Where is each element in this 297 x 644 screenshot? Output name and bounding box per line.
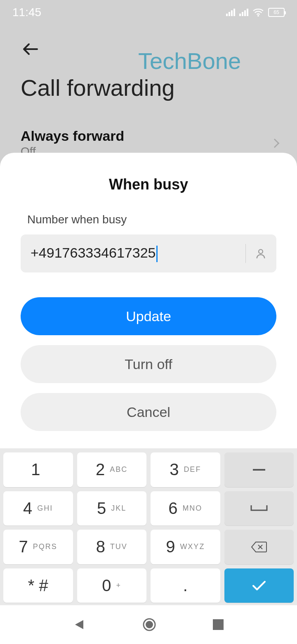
key-9[interactable]: 9WXYZ bbox=[151, 530, 220, 564]
wifi-icon bbox=[252, 8, 264, 17]
text-caret bbox=[156, 246, 158, 262]
svg-rect-2 bbox=[253, 469, 265, 471]
key-dash[interactable] bbox=[224, 452, 294, 487]
backspace-icon bbox=[251, 541, 267, 553]
key-starhash[interactable]: * # bbox=[3, 568, 73, 603]
contact-icon[interactable] bbox=[255, 248, 266, 259]
phone-input-value: +491763334617325 bbox=[31, 245, 156, 260]
status-time: 11:45 bbox=[12, 6, 41, 19]
check-icon bbox=[251, 579, 267, 592]
dialog-title: When busy bbox=[21, 176, 276, 193]
phone-input-wrap[interactable]: +491763334617325 bbox=[21, 234, 276, 272]
page-title: Call forwarding bbox=[21, 74, 175, 101]
space-icon bbox=[250, 504, 268, 512]
field-label: Number when busy bbox=[27, 213, 276, 226]
nav-recents-icon[interactable] bbox=[213, 619, 224, 630]
key-6[interactable]: 6MNO bbox=[151, 491, 220, 526]
watermark: TechBone bbox=[138, 47, 241, 74]
key-2[interactable]: 2ABC bbox=[77, 452, 147, 487]
key-4[interactable]: 4GHI bbox=[3, 491, 73, 526]
dash-icon bbox=[253, 469, 265, 471]
nav-home-icon[interactable] bbox=[142, 618, 156, 632]
system-navbar bbox=[0, 605, 297, 644]
key-dot[interactable]: . bbox=[151, 568, 220, 603]
update-button[interactable]: Update bbox=[21, 297, 276, 335]
cancel-button[interactable]: Cancel bbox=[21, 393, 276, 431]
key-7[interactable]: 7PQRS bbox=[3, 530, 73, 564]
key-8[interactable]: 8TUV bbox=[77, 530, 147, 564]
status-bar: 11:45 65 bbox=[0, 0, 297, 25]
svg-point-1 bbox=[259, 249, 263, 253]
key-5[interactable]: 5JKL bbox=[77, 491, 147, 526]
nav-back-icon[interactable] bbox=[73, 618, 86, 631]
key-enter[interactable] bbox=[224, 568, 294, 603]
signal-icon-1 bbox=[226, 9, 235, 16]
status-indicators: 65 bbox=[226, 8, 285, 17]
turn-off-button[interactable]: Turn off bbox=[21, 345, 276, 383]
key-3[interactable]: 3DEF bbox=[151, 452, 220, 487]
chevron-right-icon bbox=[270, 138, 280, 148]
svg-point-4 bbox=[146, 621, 153, 628]
svg-point-0 bbox=[257, 15, 259, 17]
always-forward-label: Always forward bbox=[21, 128, 124, 144]
key-0[interactable]: 0+ bbox=[77, 568, 147, 603]
key-space[interactable] bbox=[224, 491, 294, 526]
key-backspace[interactable] bbox=[224, 530, 294, 564]
battery-icon: 65 bbox=[268, 8, 285, 17]
back-button[interactable] bbox=[21, 39, 40, 61]
signal-icon-2 bbox=[239, 9, 248, 16]
key-1[interactable]: 1 bbox=[3, 452, 73, 487]
keypad: 1 2ABC 3DEF 4GHI 5JKL 6MNO 7PQRS 8TUV 9W… bbox=[0, 448, 297, 605]
field-separator bbox=[245, 244, 246, 263]
phone-input[interactable]: +491763334617325 bbox=[31, 245, 236, 262]
back-arrow-icon bbox=[21, 39, 40, 59]
svg-rect-5 bbox=[213, 619, 224, 630]
